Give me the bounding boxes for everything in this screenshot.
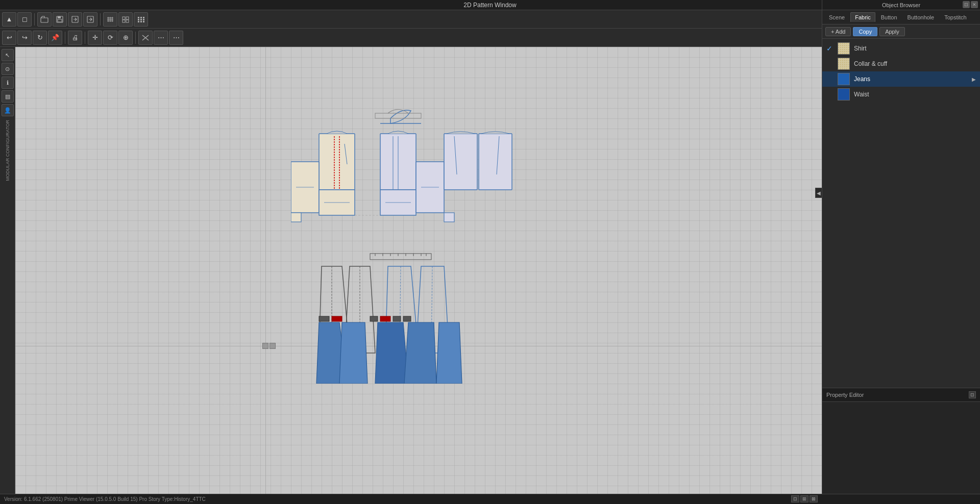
pin-btn[interactable]: 📌	[48, 31, 62, 45]
status-text: Version: 6.1.662 (250801) Prime Viewer (…	[4, 496, 206, 502]
divider-handle-left[interactable]	[262, 343, 268, 349]
svg-rect-26	[319, 134, 355, 190]
fabric-list: ✓ Shirt ✓ Collar & cuff ✓ Jeans ▶ ✓ Wais…	[822, 39, 980, 388]
lasso-tool-btn[interactable]: ◻	[17, 12, 32, 27]
property-panel	[822, 402, 980, 504]
right-panel-expand-arrow[interactable]: ◀	[815, 188, 822, 198]
redo-alt-btn[interactable]: ↪	[17, 31, 32, 45]
info-btn[interactable]: ℹ	[2, 77, 14, 89]
left-tool-panel: ↖ ⊙ ℹ ▤ 👤 MODULAR CONFIGURATOR	[0, 47, 15, 494]
fabric-swatch-shirt	[838, 42, 850, 55]
divider-handle-right[interactable]	[270, 343, 276, 349]
back-bodice-right	[479, 132, 512, 190]
fabric-item-collar-cuff[interactable]: ✓ Collar & cuff	[822, 56, 980, 71]
property-editor-header: Property Editor ⊡	[822, 388, 980, 402]
import-btn[interactable]	[68, 12, 82, 27]
tab-buttonhole[interactable]: Buttonhole	[903, 12, 939, 22]
fabric-item-jeans[interactable]: ✓ Jeans ▶	[822, 71, 980, 87]
shirt-patterns-svg	[291, 103, 546, 246]
fabric-name-shirt: Shirt	[854, 45, 976, 52]
fabric-name-waist: Waist	[854, 91, 976, 98]
obj-browser-float[interactable]: ⊡	[963, 1, 970, 8]
svg-rect-73	[370, 316, 378, 321]
rotate-tool-btn[interactable]: ⟳	[103, 31, 117, 45]
view-icon-2[interactable]: ⊞	[800, 495, 808, 502]
cut-tool-btn[interactable]	[138, 31, 153, 45]
fabric-name-jeans: Jeans	[854, 75, 968, 83]
object-browser-tabs: Scene Fabric Button Buttonhole Topstitch	[822, 10, 980, 24]
svg-marker-68	[375, 322, 408, 384]
window-title: 2D Pattern Window	[463, 2, 516, 9]
fabric-swatch-waist	[838, 88, 850, 100]
tab-button[interactable]: Button	[876, 12, 902, 22]
obj-browser-close[interactable]: ✕	[971, 1, 978, 8]
redo-btn[interactable]: ↻	[33, 31, 47, 45]
more-tools-btn[interactable]: ⋯	[169, 31, 183, 45]
open-file-btn[interactable]	[37, 12, 52, 27]
sep3	[65, 32, 65, 44]
avatar-btn[interactable]: 👤	[2, 104, 14, 116]
tab-topstitch[interactable]: Topstitch	[940, 12, 971, 22]
svg-marker-67	[339, 322, 368, 384]
add-fabric-btn[interactable]: + Add	[825, 27, 851, 36]
view-icon-3[interactable]: ⊠	[810, 495, 818, 502]
status-bar: Version: 6.1.662 (250801) Prime Viewer (…	[0, 494, 980, 504]
fabric-item-waist[interactable]: ✓ Waist	[822, 87, 980, 102]
left-sleeve	[291, 162, 319, 213]
jeans-back-right-filled	[404, 322, 436, 384]
bottom-view-icons: ⊡ ⊞ ⊠	[789, 494, 820, 504]
save-file-btn[interactable]	[53, 12, 67, 27]
apply-fabric-btn[interactable]: Apply	[879, 27, 905, 36]
shirt-front-bottom	[319, 190, 355, 215]
sep2	[100, 13, 101, 26]
grid-options-btn[interactable]	[118, 12, 133, 27]
fabric-item-shirt[interactable]: ✓ Shirt	[822, 41, 980, 56]
back-bodice-left	[444, 132, 477, 190]
side-label: MODULAR CONFIGURATOR	[5, 120, 10, 181]
svg-rect-23	[140, 21, 142, 22]
copy-fabric-btn[interactable]: Copy	[853, 27, 877, 36]
fabric-name-collar: Collar & cuff	[854, 60, 976, 67]
fabric-check-shirt: ✓	[826, 44, 834, 53]
canvas-vertical-divider	[265, 47, 266, 494]
fabric-check-jeans: ✓	[826, 75, 834, 83]
svg-rect-48	[375, 113, 421, 118]
move-tool-btn[interactable]: ✛	[88, 31, 102, 45]
svg-rect-49	[370, 254, 431, 260]
tab-fabric[interactable]: Fabric	[850, 12, 875, 22]
waistband-label	[370, 254, 431, 260]
svg-rect-18	[143, 17, 144, 18]
view-icon-1[interactable]: ⊡	[791, 495, 799, 502]
grid-extra-btn[interactable]	[134, 12, 148, 27]
right-sleeve	[416, 162, 444, 213]
prop-editor-expand[interactable]: ⊡	[969, 391, 976, 398]
object-browser-title-bar: Object Browser ⊡ ✕	[822, 0, 980, 10]
svg-rect-19	[138, 19, 139, 20]
print-btn[interactable]: 🖨	[68, 31, 82, 45]
svg-rect-22	[138, 21, 139, 22]
fabric-swatch-collar	[838, 58, 850, 70]
svg-rect-13	[126, 17, 129, 19]
fabric-check-collar: ✓	[826, 60, 834, 68]
undo-btn[interactable]: ↩	[2, 31, 16, 45]
export-btn[interactable]	[83, 12, 97, 27]
svg-rect-43	[444, 213, 454, 222]
svg-rect-21	[143, 19, 144, 20]
select-tool-btn[interactable]: ▲	[2, 12, 16, 27]
grid-toggle-btn[interactable]	[103, 12, 117, 27]
svg-rect-20	[140, 19, 142, 20]
main-canvas[interactable]	[15, 47, 822, 494]
svg-rect-74	[380, 316, 390, 321]
tab-scene[interactable]: Scene	[824, 12, 849, 22]
svg-rect-17	[140, 17, 142, 18]
svg-marker-69	[404, 322, 436, 384]
svg-rect-75	[393, 316, 401, 321]
seam-btn[interactable]: ⋯	[154, 31, 168, 45]
svg-rect-46	[479, 134, 512, 190]
svg-rect-0	[41, 18, 48, 22]
layers-btn[interactable]: ▤	[2, 90, 14, 103]
svg-rect-72	[332, 316, 342, 321]
orbit-btn[interactable]: ⊙	[2, 63, 14, 75]
select-left-btn[interactable]: ↖	[2, 49, 14, 61]
scale-tool-btn[interactable]: ⊕	[118, 31, 133, 45]
